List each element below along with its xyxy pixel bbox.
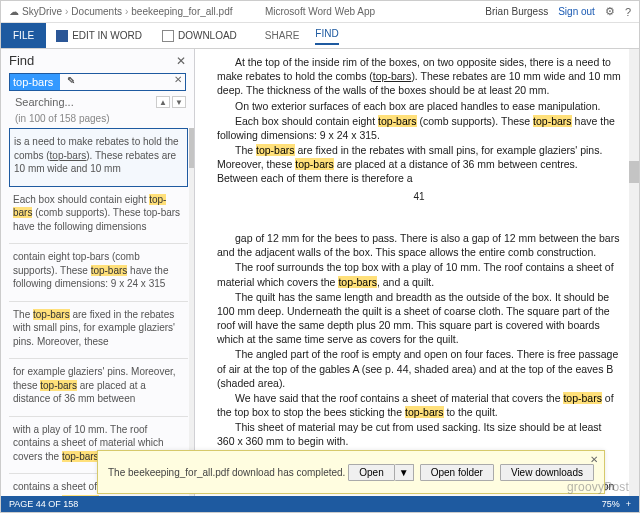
find-result[interactable]: contain eight top-bars (comb supports). …	[9, 244, 188, 302]
find-pane: Find ✕ ✕ ✎ Searching... ▲ ▼ (in 100 of 1…	[1, 49, 195, 496]
bc-file[interactable]: beekeeping_for_all.pdf	[131, 6, 232, 17]
prev-result-button[interactable]: ▲	[156, 96, 170, 108]
status-bar: PAGE 44 OF 158 75% +	[1, 496, 639, 512]
find-tab[interactable]: FIND	[315, 28, 338, 45]
app-title: Microsoft Word Web App	[265, 6, 375, 17]
skydrive-icon: ☁	[9, 6, 19, 17]
page-number: 41	[217, 190, 621, 204]
find-result[interactable]: The top-bars are fixed in the rebates wi…	[9, 302, 188, 360]
download-label: DOWNLOAD	[178, 30, 237, 41]
open-folder-button[interactable]: Open folder	[420, 464, 494, 481]
bc-folder[interactable]: Documents	[71, 6, 122, 17]
edit-label: EDIT IN WORD	[72, 30, 142, 41]
download-notification: ✕ The beekeeping_for_all.pdf download ha…	[97, 450, 605, 494]
download-button[interactable]: DOWNLOAD	[152, 23, 247, 48]
download-message: The beekeeping_for_all.pdf download has …	[108, 467, 345, 478]
zoom-in-icon[interactable]: +	[626, 499, 631, 509]
find-title: Find	[9, 53, 34, 68]
find-count: (in 100 of 158 pages)	[1, 113, 194, 128]
chevron-right-icon: ›	[125, 6, 128, 17]
ribbon: FILE EDIT IN WORD DOWNLOAD SHARE FIND	[1, 23, 639, 49]
close-icon[interactable]: ✕	[176, 54, 186, 68]
chevron-right-icon: ›	[65, 6, 68, 17]
next-result-button[interactable]: ▼	[172, 96, 186, 108]
find-result[interactable]: Each box should contain eight top-bars (…	[9, 187, 188, 245]
find-status: Searching...	[15, 96, 74, 108]
find-result[interactable]: for example glaziers' pins. Moreover, th…	[9, 359, 188, 417]
document-view[interactable]: At the top of the inside rim of the boxe…	[195, 49, 639, 496]
clear-icon[interactable]: ✕	[174, 74, 182, 85]
download-icon	[162, 30, 174, 42]
find-results: is a need to make rebates to hold the co…	[1, 128, 194, 496]
close-icon[interactable]: ✕	[590, 454, 598, 465]
edit-in-word-button[interactable]: EDIT IN WORD	[46, 23, 152, 48]
settings-icon[interactable]: ⚙	[605, 5, 615, 18]
scrollbar[interactable]	[189, 128, 194, 496]
find-result[interactable]: is a need to make rebates to hold the co…	[9, 128, 188, 187]
word-icon	[56, 30, 68, 42]
page-indicator: PAGE 44 OF 158	[9, 499, 78, 509]
breadcrumb-bar: ☁ SkyDrive › Documents › beekeeping_for_…	[1, 1, 639, 23]
bc-root[interactable]: SkyDrive	[22, 6, 62, 17]
open-dropdown-button[interactable]: ▼	[395, 464, 414, 481]
signout-link[interactable]: Sign out	[558, 6, 595, 17]
view-downloads-button[interactable]: View downloads	[500, 464, 594, 481]
user-name[interactable]: Brian Burgess	[485, 6, 548, 17]
help-icon[interactable]: ?	[625, 6, 631, 18]
scrollbar[interactable]	[629, 49, 639, 496]
find-input[interactable]	[9, 73, 186, 91]
breadcrumb: ☁ SkyDrive › Documents › beekeeping_for_…	[9, 6, 232, 17]
zoom-level: 75%	[602, 499, 620, 509]
share-tab[interactable]: SHARE	[265, 30, 299, 41]
open-button[interactable]: Open	[348, 464, 394, 481]
file-tab[interactable]: FILE	[1, 23, 46, 48]
cursor-icon: ✎	[67, 75, 75, 86]
